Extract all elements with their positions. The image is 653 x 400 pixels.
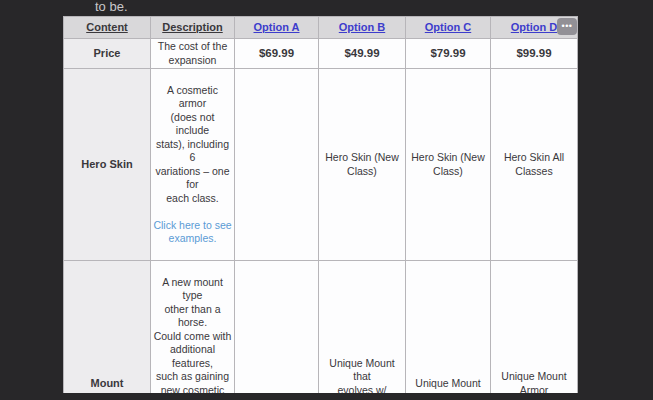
intro-text: to be. [95,0,128,14]
cell-hero-skin-option-b: Hero Skin (New Class) [319,69,406,261]
column-header-option-c[interactable]: Option C [406,17,491,39]
table-row-mount: Mount A new mount type other than a hors… [64,261,578,400]
cell-hero-skin-option-a [235,69,319,261]
bottom-crop-strip [0,393,653,400]
column-header-content: Content [64,17,151,39]
column-header-option-b[interactable]: Option B [319,17,406,39]
cell-price-option-c: $79.99 [406,39,491,69]
column-header-description: Description [151,17,235,39]
row-description-hero-skin: A cosmetic armor (does not include stats… [151,69,235,261]
comparison-table: Content Description Option A Option B Op… [63,16,578,400]
cell-price-option-b: $49.99 [319,39,406,69]
cell-mount-option-a [235,261,319,400]
column-header-option-a[interactable]: Option A [235,17,319,39]
row-label-price: Price [64,39,151,69]
hero-skin-description-text: A cosmetic armor (does not include stats… [153,84,232,206]
hero-skin-examples-link[interactable]: Click here to see examples. [153,219,232,246]
table-row-hero-skin: Hero Skin A cosmetic armor (does not inc… [64,69,578,261]
row-description-mount: A new mount type other than a horse. Cou… [151,261,235,400]
cell-mount-option-b: Unique Mount that evolves w/ achievement… [319,261,406,400]
cell-price-option-d: $99.99 [491,39,578,69]
cell-hero-skin-option-d: Hero Skin All Classes [491,69,578,261]
table-header-row: Content Description Option A Option B Op… [64,17,578,39]
row-label-mount: Mount [64,261,151,400]
cell-hero-skin-option-c: Hero Skin (New Class) [406,69,491,261]
cell-mount-option-c: Unique Mount [406,261,491,400]
cell-mount-option-d: Unique Mount Armor [491,261,578,400]
row-label-hero-skin: Hero Skin [64,69,151,261]
more-options-button[interactable]: ••• [557,18,577,35]
table-row-price: Price The cost of the expansion $69.99 $… [64,39,578,69]
mount-description-text: A new mount type other than a horse. Cou… [153,276,232,400]
cell-price-option-a: $69.99 [235,39,319,69]
row-description-price: The cost of the expansion [151,39,235,69]
ellipsis-icon: ••• [562,22,573,31]
